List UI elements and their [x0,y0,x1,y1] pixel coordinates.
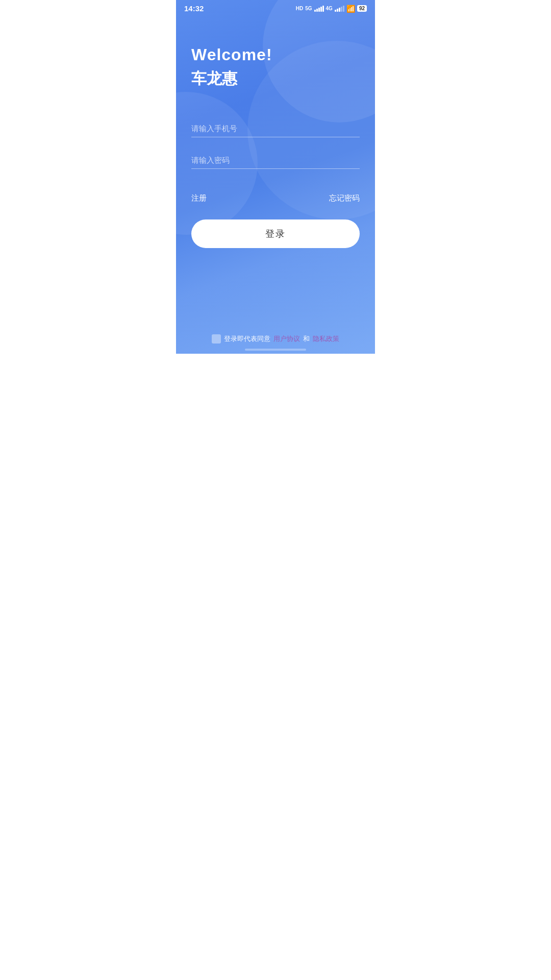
5g-icon: 5G [305,6,312,11]
phone-input-group [191,120,360,137]
status-icons: HD 5G 4G 📶 92 [296,5,367,13]
signal-bars-5g [314,6,324,12]
agreement-connector: 和 [303,334,310,344]
phone-input[interactable] [191,120,360,137]
register-link[interactable]: 注册 [191,193,207,203]
agreement-checkbox[interactable] [212,334,221,344]
links-row: 注册 忘记密码 [176,193,375,203]
privacy-policy-link[interactable]: 隐私政策 [313,334,339,344]
form-section [176,110,375,193]
agreement-section: 登录即代表同意 用户协议 和 隐私政策 [176,334,375,344]
agreement-prefix: 登录即代表同意 [224,334,270,344]
4g-icon: 4G [326,6,333,11]
screen: 14:32 HD 5G 4G 📶 92 Welcome [176,0,375,354]
battery-icon: 92 [357,5,367,12]
password-input[interactable] [191,152,360,169]
forgot-password-link[interactable]: 忘记密码 [329,193,360,203]
welcome-section: Welcome! 车龙惠 [176,15,375,110]
login-button-wrap: 登录 [176,219,375,248]
login-button[interactable]: 登录 [191,219,360,248]
signal-bars-4g [335,6,344,12]
hd-icon: HD [296,6,303,11]
app-name: 车龙惠 [191,68,360,89]
home-indicator [245,349,306,351]
status-time: 14:32 [184,4,204,13]
status-bar: 14:32 HD 5G 4G 📶 92 [176,0,375,15]
user-agreement-link[interactable]: 用户协议 [273,334,300,344]
password-input-group [191,152,360,169]
welcome-greeting: Welcome! [191,45,360,64]
wifi-icon: 📶 [346,5,355,13]
